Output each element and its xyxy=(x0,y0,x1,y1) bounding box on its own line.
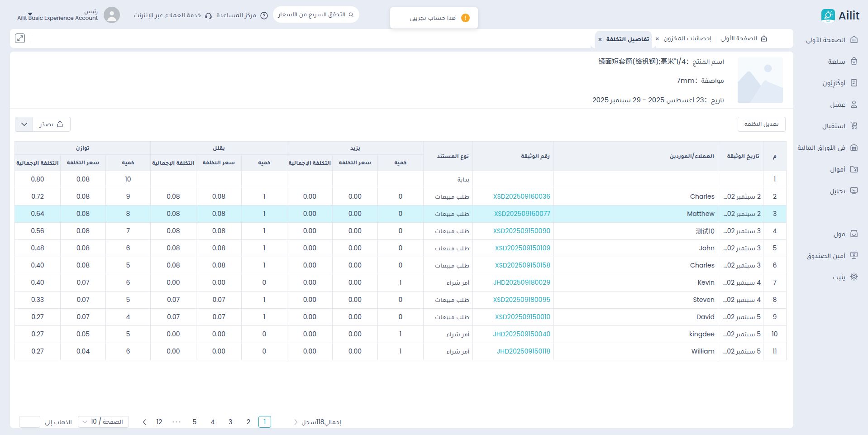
svg-text:intl: intl xyxy=(826,20,830,23)
